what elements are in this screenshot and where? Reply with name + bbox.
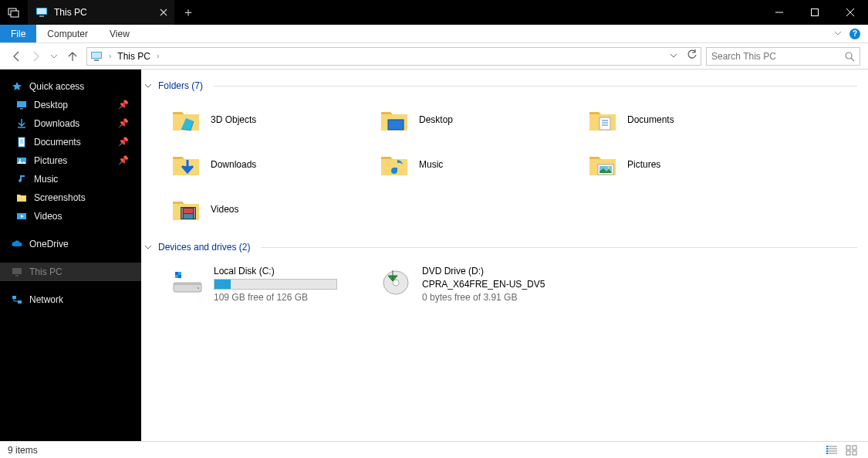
sidebar-item-label: Screenshots <box>34 192 86 203</box>
sidebar-item-label: This PC <box>29 266 62 277</box>
help-icon[interactable]: ? <box>849 29 860 39</box>
svg-rect-3 <box>37 8 46 14</box>
folder-label: Music <box>419 159 443 170</box>
svg-rect-29 <box>184 209 193 213</box>
divider <box>261 247 857 248</box>
sidebar-item-documents[interactable]: Documents 📌 <box>0 133 141 151</box>
nav-up-button[interactable] <box>63 47 82 66</box>
pin-icon: 📌 <box>118 100 129 110</box>
svg-rect-8 <box>94 59 99 61</box>
folder-item-videos[interactable]: Videos <box>171 194 363 225</box>
folder-item-pictures[interactable]: Pictures <box>587 149 780 180</box>
svg-rect-39 <box>846 446 850 450</box>
nav-back-button[interactable] <box>8 47 26 66</box>
ribbon-tab-file[interactable]: File <box>0 25 36 42</box>
tab-title: This PC <box>54 7 87 18</box>
section-header-folders[interactable]: Folders (7) <box>141 77 857 98</box>
cloud-icon <box>11 238 23 250</box>
window-minimize-button[interactable] <box>762 0 797 25</box>
breadcrumb-thispc[interactable]: This PC <box>117 51 150 62</box>
taskview-icon[interactable] <box>0 0 28 25</box>
pc-icon <box>90 50 103 63</box>
address-dropdown-icon[interactable] <box>670 51 677 62</box>
chevron-right-icon[interactable]: › <box>107 52 113 60</box>
drive-name: Local Disk (C:) <box>214 266 337 276</box>
close-tab-icon[interactable] <box>157 6 170 19</box>
chevron-right-icon[interactable]: › <box>155 52 160 60</box>
sidebar-item-videos[interactable]: Videos <box>0 207 141 226</box>
sidebar-item-music[interactable]: Music <box>0 170 141 188</box>
sidebar-item-quick-access[interactable]: Quick access <box>0 77 141 96</box>
pc-icon <box>11 266 23 278</box>
folder-pictures-icon <box>587 149 618 180</box>
folder-label: Documents <box>627 114 674 125</box>
sidebar-item-desktop[interactable]: Desktop 📌 <box>0 96 141 114</box>
folder-3d-icon <box>171 104 201 135</box>
svg-rect-17 <box>15 275 19 276</box>
ribbon-tab-view[interactable]: View <box>99 25 140 42</box>
drive-item-d[interactable]: DVD Drive (D:) CPRA_X64FRE_EN-US_DV5 0 b… <box>379 266 572 303</box>
sidebar-item-onedrive[interactable]: OneDrive <box>0 235 141 253</box>
sidebar-item-downloads[interactable]: Downloads 📌 <box>0 114 141 133</box>
folder-item-3d-objects[interactable]: 3D Objects <box>171 104 363 135</box>
folder-label: Pictures <box>627 159 660 170</box>
folder-documents-icon <box>587 104 618 135</box>
hdd-icon <box>171 266 204 297</box>
folder-item-music[interactable]: Music <box>379 149 572 180</box>
folder-item-documents[interactable]: Documents <box>587 104 780 135</box>
nav-forward-button[interactable] <box>26 47 45 66</box>
ribbon: File Computer View ? <box>0 25 868 43</box>
view-details-icon[interactable] <box>823 443 840 457</box>
divider <box>214 86 857 87</box>
window-close-button[interactable] <box>833 0 868 25</box>
svg-point-9 <box>846 53 852 59</box>
document-icon <box>15 136 28 148</box>
search-icon <box>844 51 855 62</box>
svg-rect-16 <box>12 268 22 274</box>
browser-tab-thispc[interactable]: This PC <box>28 0 174 25</box>
search-input[interactable] <box>711 51 844 62</box>
sidebar-item-label: Network <box>29 294 63 305</box>
folder-item-desktop[interactable]: Desktop <box>379 104 572 135</box>
folder-label: Desktop <box>419 114 453 125</box>
svg-rect-40 <box>853 446 856 450</box>
add-tab-button[interactable]: ＋ <box>174 0 202 25</box>
folder-label: Videos <box>211 204 238 215</box>
address-bar: › This PC › <box>0 43 868 70</box>
sidebar-item-network[interactable]: Network <box>0 290 141 309</box>
sidebar-item-screenshots[interactable]: Screenshots <box>0 188 141 207</box>
navigation-pane: Quick access Desktop 📌 Downloads 📌 Docum… <box>0 70 141 441</box>
nav-recent-dropdown[interactable] <box>45 47 63 66</box>
address-path[interactable]: › This PC › <box>86 47 701 66</box>
window-maximize-button[interactable] <box>797 0 833 25</box>
svg-rect-32 <box>174 283 201 285</box>
folder-item-downloads[interactable]: Downloads <box>171 149 363 180</box>
drive-free-text: 109 GB free of 126 GB <box>214 292 337 303</box>
drive-item-c[interactable]: Local Disk (C:) 109 GB free of 126 GB <box>171 266 363 303</box>
svg-rect-11 <box>20 108 23 110</box>
svg-rect-22 <box>599 117 610 130</box>
sidebar-item-label: Videos <box>34 211 62 222</box>
sidebar-item-pictures[interactable]: Pictures 📌 <box>0 151 141 170</box>
pin-icon: 📌 <box>118 118 129 128</box>
ribbon-tab-computer[interactable]: Computer <box>36 25 99 42</box>
refresh-icon[interactable] <box>687 49 697 63</box>
section-header-drives[interactable]: Devices and drives (2) <box>141 239 857 260</box>
svg-rect-41 <box>846 451 850 455</box>
sidebar-item-thispc[interactable]: This PC <box>0 263 141 281</box>
pin-icon: 📌 <box>118 155 129 165</box>
picture-icon <box>15 154 28 167</box>
view-large-icons-icon[interactable] <box>843 443 860 457</box>
drive-volume-label: CPRA_X64FRE_EN-US_DV5 <box>422 279 545 290</box>
sidebar-item-label: Pictures <box>34 155 67 166</box>
ribbon-collapse-icon[interactable] <box>834 29 842 39</box>
sidebar-item-label: OneDrive <box>29 239 69 249</box>
svg-rect-42 <box>853 451 856 455</box>
video-icon <box>15 210 28 222</box>
content-pane: Folders (7) 3D Objects Desktop <box>141 70 868 441</box>
folder-music-icon <box>379 149 410 180</box>
network-icon <box>11 293 23 306</box>
search-box[interactable] <box>706 47 860 66</box>
status-item-count: 9 items <box>8 445 38 456</box>
dvd-icon <box>379 266 413 297</box>
